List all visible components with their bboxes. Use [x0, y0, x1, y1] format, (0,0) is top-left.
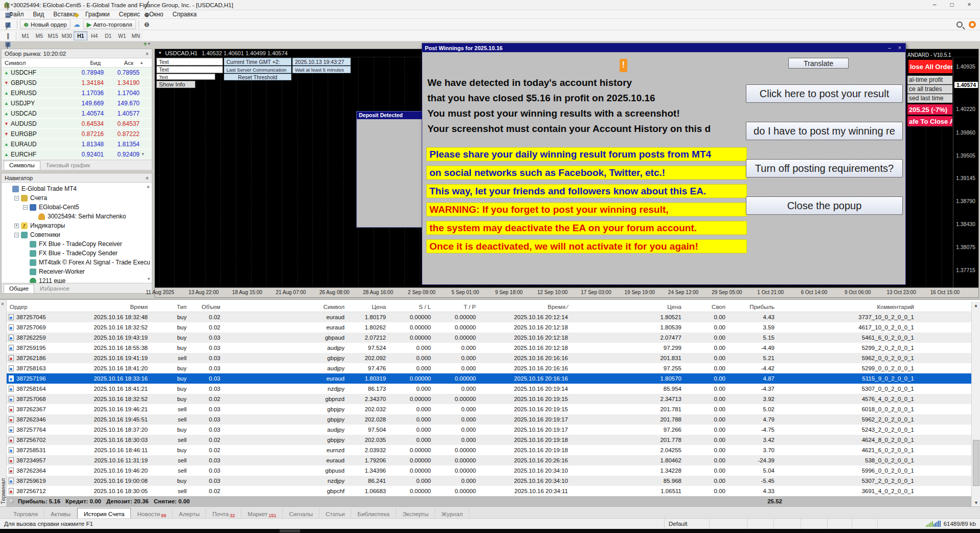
menu-item-view[interactable]: Вид: [29, 10, 49, 19]
navigator-tab[interactable]: Избранное: [34, 284, 75, 293]
history-row[interactable]: 3872570682025.10.16 18:32:52buy0.02gbpnz…: [7, 394, 971, 404]
translate-button[interactable]: Translate: [788, 58, 849, 69]
scroll-thumb[interactable]: [973, 440, 979, 486]
history-row[interactable]: 3872596192025.10.16 19:00:08buy0.03nzdjp…: [7, 476, 971, 486]
menu-item-service[interactable]: Сервис: [115, 10, 145, 19]
history-row[interactable]: 3872577642025.10.16 18:37:20buy0.03audjp…: [7, 425, 971, 435]
history-row[interactable]: 3872567122025.10.16 18:30:05sell0.02gbpc…: [7, 486, 971, 496]
expand-toggle-icon[interactable]: +: [14, 224, 19, 228]
timeframe-m1-button[interactable]: M1: [18, 31, 32, 40]
menu-item-help[interactable]: Справка: [168, 10, 201, 19]
column-ask[interactable]: Аск: [104, 60, 136, 66]
history-row[interactable]: 3872623672025.10.16 19:46:21sell0.03gbpj…: [7, 404, 971, 414]
navigator-item[interactable]: MT4talk © Forex AI Signal - Trade Execu: [2, 258, 152, 267]
timeframe-mn-button[interactable]: MN: [129, 31, 143, 40]
terminal-tab[interactable]: Торговля: [7, 508, 44, 519]
horizontal-line-tool-button[interactable]: ─: [3, 11, 13, 21]
market-watch-row[interactable]: ▲USDJPY149.669149.670: [2, 98, 152, 108]
zoom-in-button[interactable]: ⊕: [142, 10, 152, 19]
column-volume[interactable]: Объем: [191, 304, 224, 310]
autotrade-button[interactable]: ▶ Авто-торговля: [83, 19, 136, 29]
navigator-item[interactable]: +ƒИндикаторы: [2, 221, 152, 230]
scroll-down-icon[interactable]: ▼: [140, 152, 146, 157]
column-open-price[interactable]: Цена: [349, 304, 390, 310]
line-chart-button[interactable]: ╱: [142, 0, 152, 10]
popup-title-bar[interactable]: Post Winnings for 2025.10.16 – ×: [422, 43, 905, 52]
expand-toggle-icon[interactable]: −: [14, 196, 19, 201]
column-bid[interactable]: Бид: [59, 60, 104, 66]
why-post-button[interactable]: do I have to post my winning re: [746, 122, 903, 140]
vertical-line-tool-button[interactable]: │: [3, 2, 13, 11]
market-watch-row[interactable]: ▲EURUSD1.170361.17040: [2, 88, 152, 98]
popup-minimize-button[interactable]: –: [886, 45, 893, 51]
history-row[interactable]: 3872621862025.10.16 19:41:19sell0.03gbpj…: [7, 353, 971, 363]
terminal-tab[interactable]: Эксперты: [396, 508, 435, 519]
column-tp[interactable]: T / P: [435, 304, 480, 310]
column-type[interactable]: Тип: [152, 304, 191, 310]
history-row[interactable]: 3872623642025.10.16 19:46:20sell0.03gbpu…: [7, 465, 971, 476]
navigator-item[interactable]: 30025494: Serhii Marchenko: [2, 212, 152, 221]
market-watch-tab[interactable]: Символы: [4, 161, 40, 170]
terminal-tab[interactable]: Библиотека: [351, 508, 396, 519]
show-info-button[interactable]: Show Info: [156, 81, 195, 88]
column-close-time[interactable]: Время ∕: [480, 304, 572, 310]
navigator-item[interactable]: FX Blue - TradeCopy Receiver: [2, 239, 152, 249]
market-watch-row[interactable]: ▲USDCAD1.405741.40577: [2, 108, 152, 119]
column-close-price[interactable]: Цена: [572, 304, 686, 310]
search-icon[interactable]: [956, 21, 963, 28]
history-row[interactable]: 3872622592025.10.16 19:43:19buy0.03gbpau…: [7, 332, 971, 343]
expand-toggle-icon[interactable]: −: [23, 205, 28, 210]
status-profile[interactable]: Default: [665, 519, 710, 529]
terminal-tab[interactable]: Маркет151: [241, 508, 283, 519]
history-row[interactable]: 3872591952025.10.16 18:55:38buy0.03audjp…: [7, 343, 971, 353]
navigator-item[interactable]: 1211 еще: [2, 276, 152, 283]
post-result-button[interactable]: Click here to post your result: [746, 84, 903, 103]
timeframe-d1-button[interactable]: D1: [101, 31, 115, 40]
terminal-tab[interactable]: Статьи: [320, 508, 351, 519]
close-button[interactable]: ×: [961, 0, 978, 10]
navigator-item[interactable]: −EGlobal-Cent5: [2, 203, 152, 212]
column-comment[interactable]: Комментарий: [779, 304, 918, 310]
terminal-scrollbar[interactable]: ▲ ▼: [971, 302, 980, 506]
navigator-item[interactable]: FX Blue - TradeCopy Sender: [2, 249, 152, 258]
terminal-tab[interactable]: Почта32: [206, 508, 241, 519]
column-order[interactable]: Ордер: [7, 304, 58, 310]
column-swap[interactable]: Своп: [686, 304, 730, 310]
navigator-item[interactable]: Receiver-Worker: [2, 267, 152, 276]
terminal-tab[interactable]: Алерты: [173, 508, 206, 519]
navigator-close-icon[interactable]: ×: [146, 175, 149, 181]
column-profit[interactable]: Прибыль: [730, 304, 779, 310]
market-watch-tab[interactable]: Тиковый график: [40, 161, 96, 170]
column-open-time[interactable]: Время: [58, 304, 152, 310]
market-watch-close-icon[interactable]: ×: [146, 51, 149, 57]
column-symbol[interactable]: Символ: [224, 304, 349, 310]
history-row[interactable]: 3872567022025.10.16 18:30:03sell0.02gbpj…: [7, 435, 971, 445]
history-row[interactable]: 3872581632025.10.16 18:41:20buy0.03audjp…: [7, 363, 971, 373]
history-row[interactable]: 3872585312025.10.16 18:46:11buy0.02eurnz…: [7, 445, 971, 455]
timeframe-h1-button[interactable]: H1: [74, 31, 87, 40]
new-order-button[interactable]: ⊕ Новый ордер: [20, 19, 70, 29]
terminal-tab[interactable]: Новости99: [131, 508, 173, 519]
zoom-out-button[interactable]: ⊖: [142, 19, 152, 29]
timeframe-m5-button[interactable]: M5: [32, 31, 46, 40]
scroll-up-icon[interactable]: ▲: [972, 303, 980, 308]
market-watch-row[interactable]: ▼AUDUSD0.645340.64537: [2, 119, 152, 129]
history-row[interactable]: 3872349572025.10.16 11:31:19sell0.03eura…: [7, 455, 971, 465]
turn-off-posting-button[interactable]: Turn off posting requirements?: [746, 159, 903, 177]
deposit-detected-window[interactable]: Deposit Detected: [356, 111, 423, 228]
terminal-tab[interactable]: Журнал: [435, 508, 469, 519]
trendline-tool-button[interactable]: ╱: [3, 21, 13, 31]
market-watch-row[interactable]: ▲EURAUD1.813481.81354: [2, 139, 152, 149]
navigator-scrollbar[interactable]: ▲▼: [145, 184, 151, 281]
scroll-up-icon[interactable]: ▲: [136, 60, 143, 65]
terminal-close-icon[interactable]: ×: [1, 301, 4, 307]
history-row[interactable]: 3872571962025.10.16 18:33:16buy0.03eurau…: [7, 373, 971, 384]
timeframe-m30-button[interactable]: M30: [60, 31, 74, 40]
maximize-button[interactable]: □: [943, 0, 961, 10]
terminal-tab[interactable]: Сигналы: [283, 508, 320, 519]
scroll-down-icon[interactable]: ▼: [974, 500, 978, 505]
close-popup-button[interactable]: Close the popup: [746, 196, 903, 215]
one-click-arrow-icon[interactable]: ▼: [158, 51, 162, 55]
minimize-button[interactable]: –: [926, 0, 943, 10]
close-all-orders-button[interactable]: lose All Order: [908, 60, 952, 73]
